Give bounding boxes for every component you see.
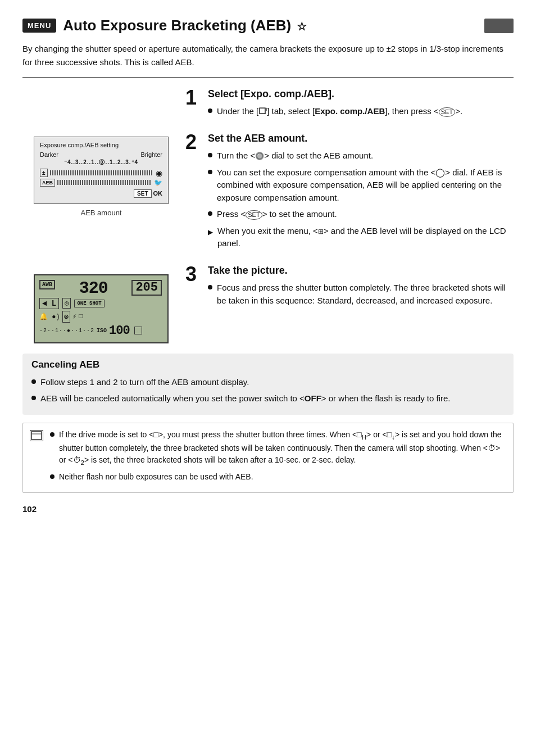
lcd-beep-icon: 🔔 ●)	[39, 313, 60, 321]
aeb-caption: AEB amount	[81, 209, 122, 217]
canceling-section: Canceling AEB Follow steps 1 and 2 to tu…	[22, 354, 514, 415]
bullet-icon	[31, 396, 36, 400]
step-3-left: AWB 320 205 ◄ L ◎ ONE SHOT 🔔 ●) ⊗ ⚡ □ ·2…	[22, 264, 185, 343]
aeb-screen: Exposure comp./AEB setting Darker Bright…	[34, 137, 169, 204]
color-bar	[484, 19, 514, 33]
section-divider	[22, 77, 514, 78]
bullet-text: You can set the exposure compensation am…	[217, 166, 514, 205]
step-2-number: 2	[185, 132, 202, 152]
arrow-icon: ▶	[208, 227, 213, 250]
lcd-scale: ·2··1··●··1··2	[39, 328, 94, 334]
page-title: Auto Exposure Bracketing (AEB) ☆	[63, 17, 478, 34]
page-number: 102	[22, 504, 514, 514]
lcd-speed: 320	[79, 280, 108, 297]
lcd-panel: AWB 320 205 ◄ L ◎ ONE SHOT 🔔 ●) ⊗ ⚡ □ ·2…	[34, 274, 169, 343]
bullet-icon	[208, 170, 212, 174]
bullet-text: Focus and press the shutter button compl…	[217, 282, 514, 307]
step-1-row: 1 Select [Expo. comp./AEB]. Under the [☐…	[22, 88, 514, 122]
lcd-row2: ◄ L ◎ ONE SHOT	[39, 298, 162, 309]
bullet-text: Follow steps 1 and 2 to turn off the AEB…	[40, 376, 249, 389]
list-item: Turn the <🔘> dial to set the AEB amount.	[208, 150, 514, 162]
bullet-icon	[208, 211, 212, 216]
title-row: MENU Auto Exposure Bracketing (AEB) ☆	[22, 17, 514, 34]
step-3-bullets: Focus and press the shutter button compl…	[208, 282, 514, 307]
bullet-icon	[50, 474, 54, 479]
lcd-row1: AWB 320 205	[39, 280, 162, 297]
list-item: Follow steps 1 and 2 to turn off the AEB…	[31, 376, 505, 389]
lcd-row4: ·2··1··●··1··2 ISO 100	[39, 324, 162, 338]
bullet-icon	[208, 108, 212, 113]
note-icon	[30, 430, 43, 441]
step-2-bullets: Turn the <🔘> dial to set the AEB amount.…	[208, 150, 514, 250]
list-item: AEB will be canceled automatically when …	[31, 392, 505, 405]
lcd-af: ◎	[62, 298, 71, 309]
lcd-awb: AWB	[39, 280, 55, 289]
step-1-left	[22, 88, 185, 122]
svg-rect-0	[31, 432, 42, 440]
lcd-oneshot: ONE SHOT	[74, 300, 104, 307]
aeb-labels: Darker Brighter	[40, 151, 162, 158]
bullet-text: AEB will be canceled automatically when …	[40, 392, 451, 405]
step-1-number: 1	[185, 88, 202, 108]
step-3-number-row: 3 Take the picture. Focus and press the …	[185, 264, 514, 311]
step-3-right: 3 Take the picture. Focus and press the …	[185, 264, 514, 343]
lcd-drive: ◄ L	[39, 298, 59, 309]
bullet-text: Neither flash nor bulb exposures can be …	[59, 471, 253, 483]
note-section: If the drive mode is set to <□>, you mus…	[22, 423, 514, 493]
canceling-bullets: Follow steps 1 and 2 to turn off the AEB…	[31, 376, 505, 405]
aeb-aeb-bar-row: AEB 🐦	[40, 179, 162, 187]
bullet-icon	[31, 379, 36, 384]
lcd-iso-label: ISO	[97, 328, 107, 334]
aeb-screen-title: Exposure comp./AEB setting	[40, 142, 162, 148]
aeb-set-row: SET OK	[40, 189, 162, 198]
step-1-bullets: Under the [☐i] tab, select [Expo. comp./…	[208, 105, 462, 118]
step-2-right: 2 Set the AEB amount. Turn the <🔘> dial …	[185, 132, 514, 254]
list-item: Focus and press the shutter button compl…	[208, 282, 514, 307]
step-3-number: 3	[185, 264, 202, 284]
menu-badge: MENU	[22, 19, 56, 33]
step-3-title: Take the picture.	[208, 264, 514, 277]
list-item: Under the [☐i] tab, select [Expo. comp./…	[208, 105, 462, 118]
list-item: You can set the exposure compensation am…	[208, 166, 514, 205]
lcd-cf-icon	[134, 327, 142, 334]
list-item: If the drive mode is set to <□>, you mus…	[50, 429, 506, 468]
set-button-label: SET	[134, 189, 151, 198]
lcd-aperture: 205	[131, 280, 162, 296]
list-item: Press <SET> to set the amount.	[208, 208, 514, 221]
step-2-row: Exposure comp./AEB setting Darker Bright…	[22, 132, 514, 254]
bullet-text: Under the [☐i] tab, select [Expo. comp./…	[217, 105, 462, 118]
step-3-row: AWB 320 205 ◄ L ◎ ONE SHOT 🔔 ●) ⊗ ⚡ □ ·2…	[22, 264, 514, 343]
ok-label: OK	[153, 190, 163, 197]
note-bullets: If the drive mode is set to <□>, you mus…	[50, 429, 506, 483]
aeb-dot-right: ◉	[156, 169, 162, 178]
step-2-title: Set the AEB amount.	[208, 132, 514, 145]
bullet-icon	[208, 285, 212, 289]
aeb-icon: AEB	[40, 179, 55, 187]
list-item: Neither flash nor bulb exposures can be …	[50, 471, 506, 483]
lcd-square-icon: □	[79, 313, 83, 320]
step-1-title: Select [Expo. comp./AEB].	[208, 88, 462, 101]
bullet-text: Turn the <🔘> dial to set the AEB amount.	[217, 150, 373, 162]
canceling-title: Canceling AEB	[31, 359, 505, 370]
lcd-flash-icon: ⚡	[72, 313, 76, 321]
star-icon: ☆	[293, 20, 307, 33]
bullet-text: Press <SET> to set the amount.	[217, 208, 337, 221]
lcd-row3: 🔔 ●) ⊗ ⚡ □	[39, 311, 162, 323]
step-2-left: Exposure comp./AEB setting Darker Bright…	[22, 132, 185, 254]
step-1-number-row: 1 Select [Expo. comp./AEB]. Under the [☐…	[185, 88, 514, 122]
aeb-scale: ⁻4..3..2..1..⓪..1..2..3.⁺4	[40, 159, 162, 166]
bullet-text: When you exit the menu, <⊞> and the AEB …	[217, 225, 514, 250]
intro-text: By changing the shutter speed or apertur…	[22, 42, 514, 69]
note-icon-col	[30, 429, 44, 487]
aeb-label-darker: Darker	[40, 151, 58, 158]
lcd-iso-value: 100	[109, 324, 130, 338]
step-2-number-row: 2 Set the AEB amount. Turn the <🔘> dial …	[185, 132, 514, 254]
ev-icon: ±	[40, 169, 48, 177]
aeb-label-brighter: Brighter	[140, 151, 162, 158]
lcd-metering-icon: ⊗	[62, 311, 70, 323]
bullet-text: If the drive mode is set to <□>, you mus…	[59, 429, 506, 468]
list-item: ▶ When you exit the menu, <⊞> and the AE…	[208, 225, 514, 250]
note-content: If the drive mode is set to <□>, you mus…	[50, 429, 506, 487]
step-1-right: 1 Select [Expo. comp./AEB]. Under the [☐…	[185, 88, 514, 122]
aeb-bird-icon: 🐦	[154, 179, 162, 187]
